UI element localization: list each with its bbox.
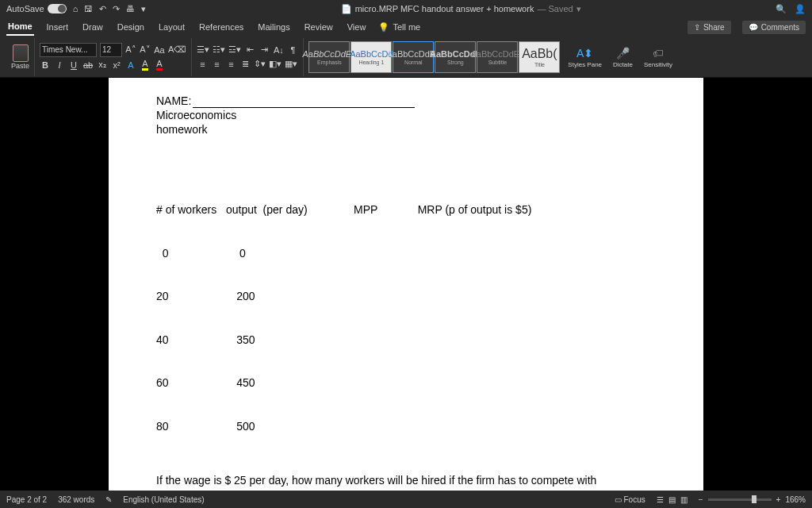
align-left-button[interactable]: ≡ xyxy=(197,58,208,71)
shading-button[interactable]: ◧▾ xyxy=(269,58,282,71)
share-icon: ⇪ xyxy=(694,23,700,32)
justify-button[interactable]: ≣ xyxy=(239,58,251,71)
zoom-control: − + 166% xyxy=(699,495,806,504)
highlight-button[interactable]: A xyxy=(140,59,151,71)
shrink-font-button[interactable]: A˅ xyxy=(140,44,151,56)
borders-button[interactable]: ▦▾ xyxy=(285,58,297,71)
document-area[interactable]: NAME: Microeconomics homework # of worke… xyxy=(0,78,812,491)
status-bar: Page 2 of 2 362 words ✎ English (United … xyxy=(0,491,812,508)
subscript-button[interactable]: x₂ xyxy=(97,59,108,71)
align-right-button[interactable]: ≡ xyxy=(225,58,236,71)
question-1: If the wage is $ 25 per day, how many wo… xyxy=(156,473,600,491)
name-label: NAME: xyxy=(156,94,191,108)
strike-button[interactable]: ab xyxy=(82,59,94,71)
change-case-button[interactable]: Aa xyxy=(154,44,165,56)
styles-gallery[interactable]: AaBbCcDdEeEmphasis AaBbCcDdHeading 1 AaB… xyxy=(308,40,560,74)
zoom-out-button[interactable]: − xyxy=(699,495,703,504)
home-icon[interactable]: ⌂ xyxy=(73,4,79,14)
print-layout-icon[interactable]: ▤ xyxy=(668,495,676,504)
autosave-toggle[interactable]: AutoSave xyxy=(6,4,67,13)
style-title[interactable]: AaBb(Title xyxy=(519,41,560,73)
numbering-button[interactable]: ☷▾ xyxy=(213,44,225,56)
ribbon-tabs: Home Insert Draw Design Layout Reference… xyxy=(0,17,812,37)
tab-review[interactable]: Review xyxy=(303,19,335,35)
bullets-button[interactable]: ☰▾ xyxy=(197,44,209,56)
grow-font-button[interactable]: A˄ xyxy=(125,44,136,56)
tell-me[interactable]: 💡 Tell me xyxy=(378,22,420,33)
table-row: 20 200 xyxy=(156,289,656,303)
clear-format-button[interactable]: A⌫ xyxy=(168,44,186,56)
autosave-label: AutoSave xyxy=(6,4,44,13)
dictate-button[interactable]: 🎤 Dictate xyxy=(610,46,636,68)
table-row: 0 0 xyxy=(156,246,656,260)
tab-draw[interactable]: Draw xyxy=(81,19,105,35)
tab-home[interactable]: Home xyxy=(6,18,34,36)
sensitivity-button[interactable]: 🏷 Sensitivity xyxy=(641,46,676,68)
table-row: 40 350 xyxy=(156,333,656,347)
filename: micro.MRP MFC handout answer + homework xyxy=(355,4,534,13)
title-dropdown-icon[interactable]: ▾ xyxy=(576,4,581,14)
line-spacing-button[interactable]: ⇕▾ xyxy=(254,58,266,71)
ribbon: Paste A˄ A˅ Aa A⌫ B I U ab x₂ x² A A A ☰… xyxy=(0,37,812,78)
tab-references[interactable]: References xyxy=(197,19,245,35)
document-title: 📄 micro.MRP MFC handout answer + homewor… xyxy=(146,4,776,14)
quick-access-toolbar: ⌂ 🖫 ↶ ↷ 🖶 ▾ xyxy=(73,4,147,14)
zoom-in-button[interactable]: + xyxy=(776,495,781,504)
page-indicator[interactable]: Page 2 of 2 xyxy=(6,495,47,504)
focus-mode-button[interactable]: ▭ Focus xyxy=(615,495,645,504)
web-layout-icon[interactable]: ▥ xyxy=(680,495,688,504)
comment-icon: 💬 xyxy=(749,23,758,32)
style-normal[interactable]: AaBbCcDdEeNormal xyxy=(393,41,434,73)
redo-icon[interactable]: ↷ xyxy=(113,4,120,14)
show-marks-button[interactable]: ¶ xyxy=(287,44,298,56)
language-indicator[interactable]: English (United States) xyxy=(123,495,204,504)
styles-pane-icon: A⬍ xyxy=(578,46,592,60)
font-name-select[interactable] xyxy=(40,43,97,57)
print-icon[interactable]: 🖶 xyxy=(126,4,135,14)
indent-inc-button[interactable]: ⇥ xyxy=(259,44,270,56)
zoom-slider[interactable] xyxy=(708,498,772,501)
bold-button[interactable]: B xyxy=(40,59,51,71)
font-color-button[interactable]: A xyxy=(154,59,165,71)
tab-view[interactable]: View xyxy=(346,19,368,35)
tab-design[interactable]: Design xyxy=(116,19,146,35)
style-emphasis[interactable]: AaBbCcDdEeEmphasis xyxy=(308,41,350,73)
toggle-switch[interactable] xyxy=(48,4,67,13)
document-page[interactable]: NAME: Microeconomics homework # of worke… xyxy=(109,78,703,491)
spellcheck-icon[interactable]: ✎ xyxy=(105,495,112,504)
table1-header: # of workers output (per day) MPP MRP (p… xyxy=(156,202,656,217)
clipboard-icon xyxy=(13,44,29,62)
search-icon[interactable]: 🔍 xyxy=(776,4,787,14)
homework-line: homework xyxy=(156,122,656,137)
saved-status: — Saved xyxy=(537,4,573,13)
tab-layout[interactable]: Layout xyxy=(157,19,186,35)
word-count[interactable]: 362 words xyxy=(58,495,94,504)
text-effects-button[interactable]: A xyxy=(125,59,136,71)
font-size-select[interactable] xyxy=(100,43,122,57)
share-button[interactable]: ⇪ Share xyxy=(688,21,731,34)
multilevel-button[interactable]: ☲▾ xyxy=(228,44,241,56)
indent-dec-button[interactable]: ⇤ xyxy=(244,44,255,56)
table-row: 60 450 xyxy=(156,375,656,390)
read-mode-icon[interactable]: ☰ xyxy=(657,495,664,504)
comments-button[interactable]: 💬 Comments xyxy=(742,21,806,34)
mic-icon: 🎤 xyxy=(616,46,630,60)
account-icon[interactable]: 👤 xyxy=(795,4,806,14)
table-row: 80 500 xyxy=(156,419,656,433)
tab-insert[interactable]: Insert xyxy=(45,19,71,35)
sensitivity-icon: 🏷 xyxy=(651,46,665,60)
italic-button[interactable]: I xyxy=(54,59,65,71)
superscript-button[interactable]: x² xyxy=(111,59,122,71)
styles-pane-button[interactable]: A⬍ Styles Pane xyxy=(565,46,605,68)
table1: # of workers output (per day) MPP MRP (p… xyxy=(156,174,656,463)
paste-group[interactable]: Paste xyxy=(6,38,35,76)
underline-button[interactable]: U xyxy=(68,59,79,71)
save-icon[interactable]: 🖫 xyxy=(84,4,93,14)
align-center-button[interactable]: ≡ xyxy=(211,58,222,71)
tab-mailings[interactable]: Mailings xyxy=(256,19,291,35)
sort-button[interactable]: A↓ xyxy=(273,44,284,56)
style-subtitle[interactable]: AaBbCcDdEeSubtitle xyxy=(477,41,518,73)
zoom-level[interactable]: 166% xyxy=(785,495,806,504)
bulb-icon: 💡 xyxy=(378,22,389,33)
undo-icon[interactable]: ↶ xyxy=(99,4,106,14)
